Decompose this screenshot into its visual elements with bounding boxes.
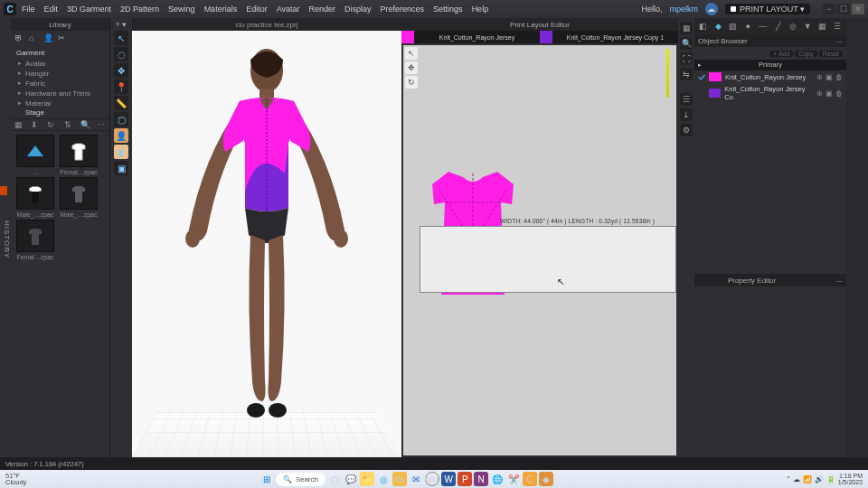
add-button[interactable]: + Add [769,51,793,57]
camera-tool-icon[interactable]: ▣ [114,161,128,175]
row-add-icon[interactable]: ⊕ [816,89,823,98]
check-icon[interactable] [698,73,705,80]
menu-edit[interactable]: Edit [44,5,59,14]
swatch-2[interactable] [540,31,552,43]
mode-stitch-icon[interactable]: ╱ [773,21,784,32]
menu-file[interactable]: File [22,5,35,14]
menu-editor[interactable]: Editor [246,5,268,14]
scene-header[interactable]: Garment [16,49,104,57]
mode-button-icon[interactable]: ◎ [788,21,798,32]
tray-chevron-icon[interactable]: ˄ [787,475,790,483]
print-move-icon[interactable]: ✥ [405,61,418,74]
mode-grade-icon[interactable]: ▼ [803,21,814,32]
menu-2dpattern[interactable]: 2D Pattern [120,5,159,14]
row-add-icon[interactable]: ⊕ [816,73,823,81]
tree-fabric[interactable]: Fabric [16,79,104,89]
thumb-go-up[interactable]: ... [14,135,56,175]
print-tab[interactable]: Print Layout Editor [401,18,678,31]
app-logo[interactable]: C [4,3,16,15]
measure-tool-icon[interactable]: 📏 [114,96,128,110]
dell-icon[interactable]: DELL [425,472,439,486]
more-icon[interactable]: ⋯ [97,120,106,129]
tray-cloud-icon[interactable]: ☁ [793,475,800,483]
mail-icon[interactable]: ✉ [409,472,423,486]
mode-line-icon[interactable]: — [758,21,769,32]
row-info-icon[interactable]: ▣ [826,89,833,98]
thumb-female-tee-grey[interactable]: Femal…zpac [14,220,56,260]
reset-button[interactable]: Reset [819,51,843,57]
shield-icon[interactable]: ⛨ [14,33,24,42]
taskbar-clock[interactable]: 1:18 PM1/5/2023 [838,473,863,485]
onenote-icon[interactable]: N [474,472,488,486]
chrome-icon[interactable]: 🌐 [490,472,505,486]
app-icon[interactable]: ◆ [539,472,553,486]
print-flip-icon[interactable]: ⇋ [680,68,693,80]
sort-icon[interactable]: ⇅ [64,120,73,129]
user-name[interactable]: mpelkm [669,5,698,14]
tree-avatar[interactable]: Avatar [16,59,104,69]
print-select-icon[interactable]: ↖ [405,47,418,60]
fabric-row-1[interactable]: Knit_Cotton_Rayon Jersey ⊕▣🗑 [694,70,846,83]
powerpoint-icon[interactable]: P [458,472,472,486]
print-export-icon[interactable]: ⤓ [680,108,693,121]
fabric-row-2[interactable]: Knit_Cotton_Rayon Jersey Co ⊕▣🗑 [694,83,846,103]
row-del-icon[interactable]: 🗑 [835,73,843,81]
mode-list-icon[interactable]: ☰ [833,21,844,32]
menu-preferences[interactable]: Preferences [381,5,425,14]
history-sidebar[interactable]: HISTORY [0,18,11,457]
tree-stage[interactable]: Stage [16,108,104,117]
thumb-female-tee[interactable]: Femal…zpac [58,135,99,175]
menu-render[interactable]: Render [309,5,336,14]
cloth-tool-icon[interactable]: ▢ [114,112,128,127]
tray-wifi-icon[interactable]: 📶 [803,475,812,483]
move-tool-icon[interactable]: ✥ [114,63,128,78]
layout-mode-dropdown[interactable]: PRINT LAYOUT ▾ [725,4,810,14]
clo-icon[interactable]: C [523,472,537,486]
primary-section[interactable]: Primary [694,60,846,70]
center-tab[interactable]: clo practice tee.zprj [132,18,401,31]
tree-hanger[interactable]: Hanger [16,69,104,79]
tray-volume-icon[interactable]: 🔊 [815,475,824,483]
task-view-icon[interactable]: ▢ [327,472,342,486]
grid-view-icon[interactable]: ▦ [14,120,24,129]
row-del-icon[interactable]: 🗑 [835,89,843,98]
thumb-male-tee-bw[interactable]: Male_…zpac [14,177,56,218]
thumb-male-tee-grey[interactable]: Male_…zpac [58,177,99,218]
store-icon[interactable]: 🛍 [392,472,407,486]
viewport-3d[interactable] [132,31,401,457]
cloud-icon[interactable]: ☁ [705,3,718,15]
tool-icon[interactable]: ✂ [58,33,67,42]
menu-3dgarment[interactable]: 3D Garment [67,5,111,14]
taskbar-weather[interactable]: 51°FCloudy [5,473,26,486]
skin-tool-icon[interactable]: ▮ [114,145,128,159]
collapse-icon[interactable]: — [835,37,843,45]
tree-hardware[interactable]: Hardware and Trims [16,89,104,99]
print-rotate-icon[interactable]: ↻ [405,76,418,89]
lasso-tool-icon[interactable]: ◌ [114,47,128,61]
row-info-icon[interactable]: ▣ [826,73,833,81]
menu-help[interactable]: Help [472,5,489,14]
menu-avatar[interactable]: Avatar [277,5,300,14]
swatch-1[interactable] [401,31,414,43]
menu-sewing[interactable]: Sewing [168,5,195,14]
mode-texture-icon[interactable]: ▨ [728,21,739,32]
explorer-icon[interactable]: 📁 [360,472,374,486]
menu-display[interactable]: Display [344,5,372,14]
start-button[interactable]: ⊞ [259,472,274,486]
library-tab[interactable]: Library [11,18,109,31]
add-tab-controls[interactable]: + ▾ [110,18,132,31]
word-icon[interactable]: W [441,472,456,486]
window-maximize[interactable]: ☐ [837,4,850,14]
property-editor-header[interactable]: Property Editor— [694,274,846,286]
object-browser-header[interactable]: Object Browser— [694,34,846,47]
system-tray[interactable]: ˄ ☁ 📶 🔊 🔋 1:18 PM1/5/2023 [787,473,863,485]
edge-icon[interactable]: ◎ [376,472,391,486]
pin-tool-icon[interactable]: 📍 [114,80,128,94]
mode-sphere-icon[interactable]: ● [743,21,754,32]
avatar-icon[interactable]: 👤 [43,33,52,42]
print-fit-icon[interactable]: ⛶ [680,52,693,65]
window-close[interactable]: ✕ [852,4,864,14]
swatch-1-label[interactable]: Knit_Cotton_Rayon Jersey [414,34,540,41]
tray-battery-icon[interactable]: 🔋 [826,475,835,483]
select-tool-icon[interactable]: ↖ [114,31,128,45]
